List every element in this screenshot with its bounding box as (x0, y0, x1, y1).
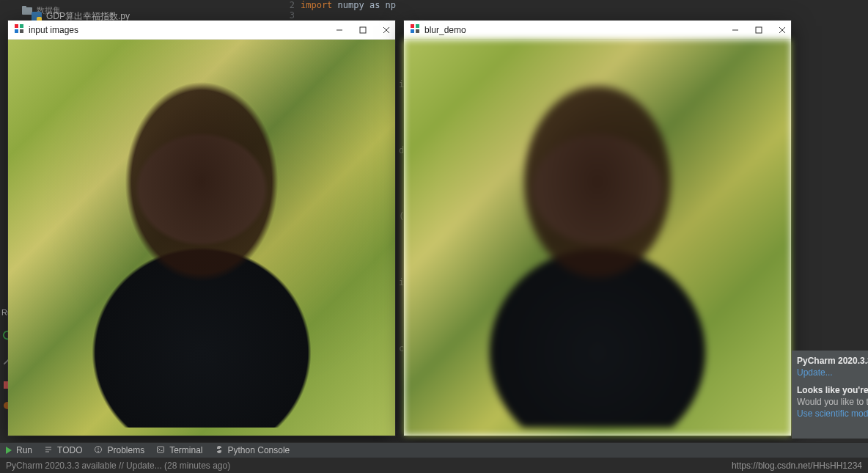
svg-rect-5 (20, 24, 23, 28)
close-button[interactable] (768, 21, 797, 40)
terminal-toolwindow-button[interactable]: Terminal (156, 445, 202, 456)
titlebar[interactable]: input images (8, 21, 395, 40)
problems-toolwindow-button[interactable]: Problems (94, 445, 144, 456)
bottom-toolbar: Run TODO Problems Terminal Python Consol… (0, 442, 868, 458)
terminal-icon (156, 445, 165, 456)
svg-rect-23 (158, 447, 164, 452)
tool-label: Run (16, 445, 32, 455)
notification-text: Would you like to t (797, 396, 864, 408)
todo-toolwindow-button[interactable]: TODO (44, 445, 82, 456)
tool-label: Terminal (169, 445, 202, 455)
svg-rect-13 (416, 24, 419, 28)
window-title: input images (29, 25, 78, 35)
notification-update-link[interactable]: Update... (797, 367, 864, 378)
run-toolwindow-button[interactable]: Run (6, 445, 32, 455)
image-canvas (8, 40, 395, 436)
notification-heading: PyCharm 2020.3.3 (797, 355, 864, 367)
svg-rect-1 (22, 6, 26, 9)
run-icon (6, 447, 12, 454)
python-console-toolwindow-button[interactable]: Python Console (215, 445, 290, 456)
notification-scimode-link[interactable]: Use scientific mode (797, 408, 864, 419)
line-number: 3 (279, 10, 295, 21)
python-console-icon (215, 445, 224, 456)
window-blur-demo: blur_demo (404, 21, 791, 436)
svg-rect-7 (20, 29, 23, 33)
svg-rect-17 (756, 27, 762, 33)
tool-label: Problems (107, 445, 144, 455)
editor-area[interactable]: 2 3 import numpy as np (279, 0, 868, 21)
svg-rect-12 (411, 24, 414, 28)
svg-point-22 (98, 451, 99, 452)
watermark-text: https://blog.csdn.net/HHsHH1234 (732, 461, 862, 471)
opencv-window-icon (410, 23, 420, 36)
line-number: 2 (279, 0, 295, 10)
titlebar[interactable]: blur_demo (404, 21, 791, 40)
close-button[interactable] (372, 21, 401, 40)
problems-icon (94, 445, 103, 456)
notification-heading: Looks like you're u (797, 384, 864, 396)
opencv-window-icon (14, 23, 24, 36)
editor-gutter: 2 3 (279, 0, 301, 21)
image-canvas (404, 40, 791, 436)
code-line: import numpy as np (301, 0, 396, 10)
svg-rect-4 (15, 24, 18, 28)
status-update-message[interactable]: PyCharm 2020.3.3 available // Update... … (6, 461, 230, 471)
todo-icon (44, 445, 53, 456)
status-bar: PyCharm 2020.3.3 available // Update... … (0, 458, 868, 473)
folder-icon (22, 6, 32, 15)
window-input-images: input images (8, 21, 395, 436)
svg-rect-9 (360, 27, 366, 33)
svg-rect-6 (15, 29, 18, 33)
notification-panel: PyCharm 2020.3.3 Update... Looks like yo… (792, 351, 868, 439)
tool-label: TODO (57, 445, 82, 455)
svg-rect-15 (416, 29, 419, 33)
tool-label: Python Console (228, 445, 290, 455)
svg-rect-14 (411, 29, 414, 33)
window-title: blur_demo (424, 25, 466, 35)
